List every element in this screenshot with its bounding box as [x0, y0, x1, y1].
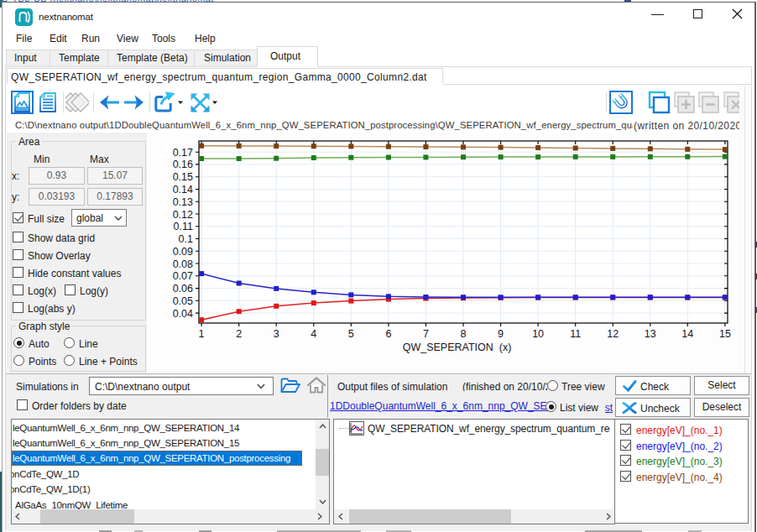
svg-text:0.12: 0.12 — [173, 209, 193, 221]
svg-text:1: 1 — [199, 328, 205, 340]
svg-text:6: 6 — [385, 328, 391, 340]
svg-text:0.1: 0.1 — [179, 233, 193, 245]
svg-text:0.14: 0.14 — [173, 184, 193, 196]
svg-text:0.05: 0.05 — [173, 295, 193, 307]
svg-text:0.08: 0.08 — [173, 258, 193, 270]
svg-text:13: 13 — [645, 328, 656, 340]
svg-text:7: 7 — [423, 328, 429, 340]
svg-text:QW_SEPERATION (x): QW_SEPERATION (x) — [403, 342, 512, 353]
svg-text:0.15: 0.15 — [173, 171, 193, 183]
svg-text:0.16: 0.16 — [173, 159, 193, 170]
svg-text:0.13: 0.13 — [173, 196, 193, 208]
svg-text:4: 4 — [311, 328, 316, 340]
svg-text:0.11: 0.11 — [174, 221, 193, 232]
svg-text:10: 10 — [532, 328, 544, 340]
svg-text:2: 2 — [236, 328, 242, 340]
svg-text:0.17: 0.17 — [173, 147, 193, 159]
svg-text:0.04: 0.04 — [173, 308, 193, 320]
svg-text:0.09: 0.09 — [173, 246, 193, 258]
svg-text:0.06: 0.06 — [173, 283, 193, 295]
svg-text:15: 15 — [719, 328, 731, 340]
svg-text:3: 3 — [274, 328, 279, 340]
svg-text:12: 12 — [607, 328, 619, 340]
svg-text:0.07: 0.07 — [173, 270, 193, 282]
svg-text:5: 5 — [348, 328, 354, 340]
svg-text:9: 9 — [498, 328, 504, 340]
svg-text:8: 8 — [461, 328, 467, 340]
svg-text:14: 14 — [681, 328, 693, 340]
svg-text:11: 11 — [570, 328, 581, 340]
